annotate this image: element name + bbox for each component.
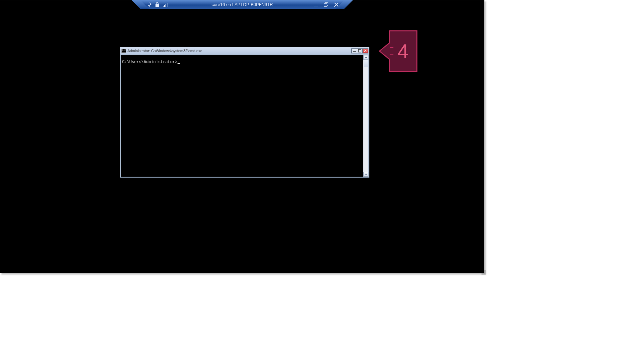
svg-rect-7 bbox=[353, 51, 356, 52]
svg-rect-6 bbox=[324, 4, 327, 6]
svg-rect-4 bbox=[314, 6, 318, 6]
cmd-close-button[interactable] bbox=[363, 48, 368, 53]
callout-arrow-icon bbox=[379, 42, 390, 60]
rdp-connection-bar: core16 en LAPTOP-B0PFN9TR bbox=[140, 0, 344, 9]
cmd-prompt: C:\Users\Administrator> bbox=[122, 60, 178, 64]
conn-bar-window-controls bbox=[313, 2, 339, 7]
conn-restore-button[interactable] bbox=[323, 2, 329, 7]
cmd-cursor bbox=[178, 63, 180, 64]
conn-bar-left-icons bbox=[140, 2, 168, 7]
lock-icon bbox=[154, 2, 160, 7]
scroll-thumb[interactable] bbox=[364, 60, 368, 67]
scroll-up-button[interactable] bbox=[363, 55, 368, 60]
scroll-down-button[interactable] bbox=[363, 172, 368, 177]
conn-close-button[interactable] bbox=[333, 2, 339, 7]
cmd-maximize-button[interactable] bbox=[357, 48, 363, 53]
cmd-window-controls bbox=[351, 48, 368, 53]
cmd-minimize-button[interactable] bbox=[351, 48, 357, 53]
scroll-track[interactable] bbox=[363, 60, 368, 172]
cmd-window[interactable]: Administrator: C:\Windows\system32\cmd.e… bbox=[120, 47, 369, 178]
svg-rect-0 bbox=[163, 6, 164, 7]
cmd-app-icon bbox=[121, 49, 126, 53]
pin-icon[interactable] bbox=[146, 2, 152, 7]
cmd-body: C:\Users\Administrator> bbox=[120, 54, 369, 177]
cmd-window-title: Administrator: C:\Windows\system32\cmd.e… bbox=[127, 49, 351, 53]
signal-icon bbox=[163, 2, 168, 7]
annotation-callout: 4 bbox=[379, 30, 417, 72]
cmd-terminal[interactable]: C:\Users\Administrator> bbox=[121, 55, 363, 177]
svg-rect-8 bbox=[358, 49, 361, 52]
conn-minimize-button[interactable] bbox=[313, 2, 319, 7]
cmd-scrollbar[interactable] bbox=[363, 55, 368, 177]
svg-rect-3 bbox=[167, 3, 168, 7]
svg-rect-2 bbox=[166, 4, 166, 7]
remote-desktop-view: core16 en LAPTOP-B0PFN9TR Administrator:… bbox=[0, 0, 485, 273]
svg-rect-1 bbox=[164, 5, 165, 7]
cmd-titlebar[interactable]: Administrator: C:\Windows\system32\cmd.e… bbox=[120, 47, 369, 54]
